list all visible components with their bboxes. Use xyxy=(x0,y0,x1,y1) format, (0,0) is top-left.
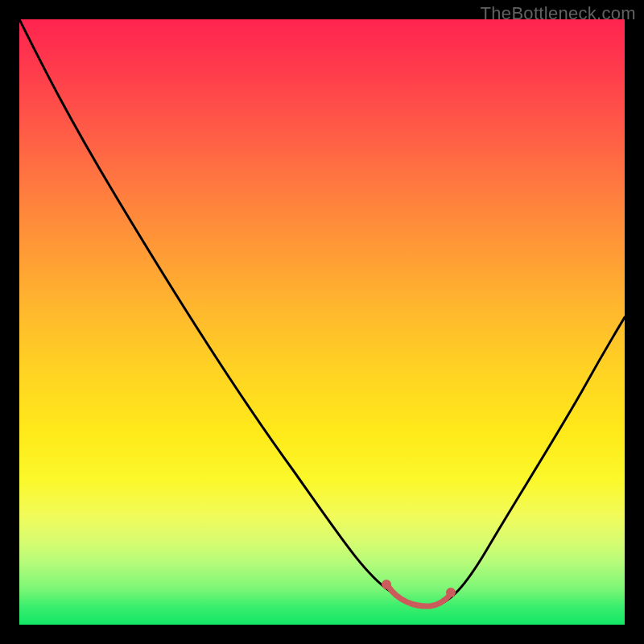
watermark-text: TheBottleneck.com xyxy=(481,3,636,24)
main-curve-path xyxy=(19,19,625,605)
plot-area xyxy=(19,19,625,625)
bottleneck-curve xyxy=(19,19,625,625)
trough-highlight xyxy=(388,586,451,606)
chart-canvas: TheBottleneck.com xyxy=(0,0,644,644)
highlight-dot-left xyxy=(382,580,391,589)
highlight-dot-right xyxy=(446,588,456,597)
